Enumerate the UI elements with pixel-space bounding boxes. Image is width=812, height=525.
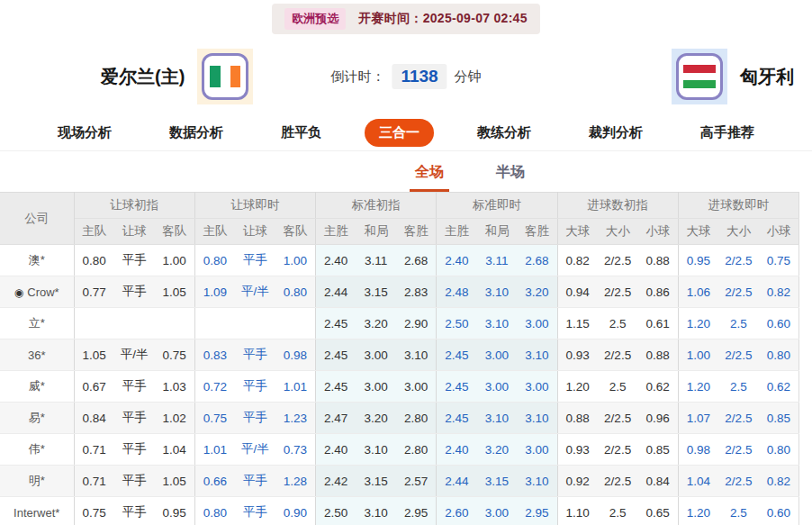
sub-header: 小球 — [759, 219, 799, 245]
odds-cell: 2.45 — [437, 339, 477, 371]
odds-cell: 0.90 — [275, 497, 316, 525]
odds-cell: 0.60 — [759, 308, 799, 339]
countdown: 倒计时： 1138 分钟 — [330, 64, 481, 89]
odds-cell: 2.95 — [396, 497, 437, 525]
odds-cell: 平手 — [114, 276, 155, 308]
odds-cell: 0.65 — [638, 497, 679, 525]
away-team-name: 匈牙利 — [740, 65, 794, 89]
period-subtabs: 全场半场 — [64, 151, 812, 192]
odds-cell: 2/2.5 — [718, 276, 759, 308]
odds-cell: 3.00 — [396, 371, 437, 403]
away-team-block: 匈牙利 — [672, 49, 794, 104]
odds-cell: 0.80 — [759, 434, 799, 466]
odds-cell — [155, 308, 195, 339]
odds-cell: 0.80 — [74, 245, 114, 276]
sub-header: 让球 — [235, 219, 275, 245]
sub-header: 大小 — [598, 219, 638, 245]
odds-cell — [275, 308, 316, 339]
odds-cell: 0.93 — [557, 434, 598, 466]
odds-cell: 0.84 — [74, 403, 114, 434]
odds-cell: 3.15 — [356, 466, 396, 497]
sub-header: 主队 — [74, 219, 114, 245]
odds-cell: 3.10 — [517, 403, 557, 434]
odds-cell: 2/2.5 — [598, 466, 638, 497]
odds-cell: 1.04 — [155, 434, 195, 466]
odds-cell: 0.95 — [155, 497, 195, 525]
odds-cell: 3.20 — [356, 308, 396, 339]
odds-cell: 2/2.5 — [598, 245, 638, 276]
odds-cell: 0.86 — [638, 276, 679, 308]
nav-tab-1[interactable]: 现场分析 — [43, 119, 126, 147]
table-row: 易*0.84平手1.020.75平手1.232.473.202.802.453.… — [0, 403, 799, 434]
odds-cell: 3.10 — [477, 308, 518, 339]
nav-tab-3[interactable]: 胜平负 — [266, 119, 336, 147]
odds-cell: 平手 — [114, 403, 155, 434]
odds-cell: 0.75 — [194, 403, 235, 434]
odds-cell: 0.88 — [557, 403, 598, 434]
odds-cell: 1.28 — [275, 466, 316, 497]
odds-cell: 2.40 — [316, 434, 356, 466]
odds-cell: 3.10 — [517, 466, 557, 497]
odds-cell: 平手 — [235, 245, 275, 276]
subtab-1[interactable]: 全场 — [410, 163, 449, 192]
odds-cell: 2.42 — [316, 466, 356, 497]
odds-cell: 2.45 — [316, 339, 356, 371]
nav-tab-7[interactable]: 高手推荐 — [686, 119, 769, 147]
odds-cell: 1.20 — [678, 497, 718, 525]
odds-cell: 平手 — [114, 245, 155, 276]
group-header: 标准即时 — [437, 193, 557, 219]
company-name: 澳* — [29, 253, 45, 267]
odds-cell: 0.80 — [194, 245, 235, 276]
odds-cell: 0.95 — [678, 245, 718, 276]
odds-cell: 0.88 — [638, 245, 679, 276]
odds-cell: 1.05 — [74, 339, 114, 371]
odds-cell: 2/2.5 — [598, 276, 638, 308]
odds-cell: 平手 — [235, 403, 275, 434]
soccer-ball-icon: ◉ — [14, 286, 23, 299]
group-header: 标准初指 — [316, 193, 437, 219]
odds-cell: 1.05 — [155, 466, 195, 497]
odds-cell: 0.96 — [638, 403, 679, 434]
nav-tab-5[interactable]: 教练分析 — [463, 119, 546, 147]
ireland-flag — [210, 66, 240, 87]
odds-cell: 0.85 — [638, 434, 679, 466]
odds-cell: 0.92 — [557, 466, 598, 497]
table-row: 立*2.453.202.902.503.103.001.152.50.611.2… — [0, 308, 799, 339]
odds-cell: 2/2.5 — [718, 466, 759, 497]
odds-cell: 2.50 — [316, 497, 356, 525]
odds-cell: 2.45 — [437, 403, 477, 434]
odds-cell: 2/2.5 — [598, 434, 638, 466]
odds-cell: 3.11 — [477, 245, 518, 276]
hungary-flag — [683, 65, 716, 88]
odds-cell: 2.68 — [517, 245, 557, 276]
odds-cell: 3.00 — [477, 371, 518, 403]
odds-cell: 0.73 — [275, 434, 316, 466]
odds-cell: 2.40 — [437, 245, 477, 276]
odds-cell: 2.83 — [396, 276, 437, 308]
company-name: Crow* — [27, 285, 59, 299]
odds-cell: 2.40 — [316, 245, 356, 276]
odds-cell: 0.62 — [638, 371, 679, 403]
odds-cell: 3.20 — [517, 276, 557, 308]
countdown-value: 1138 — [392, 64, 447, 89]
company-cell: 澳* — [0, 245, 74, 276]
odds-cell — [74, 308, 114, 339]
odds-cell: 3.10 — [477, 276, 518, 308]
company-cell: 36* — [0, 339, 74, 371]
subtab-2[interactable]: 半场 — [491, 163, 530, 192]
odds-cell: 1.15 — [557, 308, 598, 339]
sub-header: 客胜 — [396, 219, 437, 245]
nav-tab-4[interactable]: 三合一 — [365, 119, 434, 147]
company-cell: 威* — [0, 371, 74, 403]
kickoff-label: 开赛时间： — [358, 11, 423, 25]
odds-cell: 0.93 — [557, 339, 598, 371]
odds-cell: 1.04 — [678, 466, 718, 497]
odds-cell: 3.20 — [477, 434, 518, 466]
odds-cell: 2.5 — [598, 308, 638, 339]
nav-tab-2[interactable]: 数据分析 — [155, 119, 238, 147]
table-row: 伟*0.71平手1.041.01平/半0.732.403.102.802.403… — [0, 434, 799, 466]
nav-tab-6[interactable]: 裁判分析 — [574, 119, 657, 147]
odds-cell: 3.00 — [477, 497, 518, 525]
company-cell: 易* — [0, 403, 74, 434]
odds-cell: 0.61 — [638, 308, 679, 339]
